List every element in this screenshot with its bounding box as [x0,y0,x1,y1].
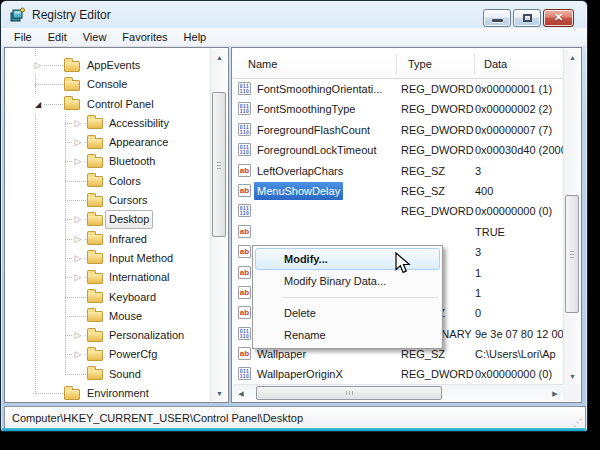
chevron-collapsed-icon[interactable]: ▷ [32,56,44,75]
tree-item-input-method[interactable]: ▷Input Method [6,249,210,268]
scroll-down-icon[interactable]: ▼ [211,385,228,401]
list-horizontal-scrollbar[interactable]: ◀ ▶ [233,384,563,401]
value-data: TRUE [475,222,563,242]
tree-item-personalization[interactable]: ▷Personalization [6,326,210,345]
tree-connector [35,84,63,85]
tree-item-sound[interactable]: Sound [6,365,210,384]
column-header-name[interactable]: Name [233,49,396,78]
scrollbar-thumb[interactable] [565,195,579,313]
folder-icon [87,369,103,380]
tree-item-keyboard[interactable]: Keyboard [6,288,210,307]
scroll-down-icon[interactable]: ▼ [564,368,581,384]
close-button[interactable]: ✕ [543,9,574,27]
tree-item-powercfg[interactable]: ▷PowerCfg [6,345,210,364]
menu-item-edit[interactable]: Edit [40,29,75,45]
value-data: 400 [475,181,563,201]
chevron-collapsed-icon[interactable]: ▷ [72,133,84,152]
context-menu-item-delete[interactable]: Delete [255,302,440,324]
value-row-leftoverlapchars[interactable]: abLeftOverlapCharsREG_SZ3 [233,161,563,181]
tree-item-control-panel[interactable]: ◢Control Panel [6,95,210,114]
tree-item-mouse[interactable]: Mouse [6,307,210,326]
menu-item-view[interactable]: View [75,29,115,45]
folder-icon [64,99,80,110]
value-data: C:\Users\Lori\Ap [475,344,563,364]
tree-item-appearance[interactable]: ▷Appearance [6,133,210,152]
folder-icon [87,196,103,207]
tree-item-label: Keyboard [109,288,156,307]
tree-vertical-scrollbar[interactable]: ▲ ▼ [210,49,227,401]
maximize-button[interactable] [513,9,541,27]
reg-dword-icon: 011110 [238,143,251,156]
registry-editor-window: Registry Editor ✕ FileEditViewFavoritesH… [0,0,588,432]
title-bar[interactable]: Registry Editor ✕ [1,1,587,28]
tree-item-label: AppEvents [87,56,140,75]
tree-item-colors[interactable]: Colors [6,172,210,191]
tree-item-international[interactable]: ▷International [6,268,210,287]
chevron-collapsed-icon[interactable]: ▷ [72,326,84,345]
tree-item-environment[interactable]: Environment [6,384,210,401]
chevron-collapsed-icon[interactable]: ▷ [72,114,84,133]
reg-dword-icon: 011110 [238,204,251,217]
column-header-data[interactable]: Data [475,49,563,78]
value-row-fontsmoothingorientati[interactable]: 011110FontSmoothingOrientati...REG_DWORD… [233,79,563,99]
status-path: Computer\HKEY_CURRENT_USER\Control Panel… [12,412,303,424]
tree-item-infrared[interactable]: ▷Infrared [6,230,210,249]
registry-editor-icon[interactable] [10,7,26,23]
scroll-right-icon[interactable]: ▶ [547,385,563,402]
scroll-up-icon[interactable]: ▲ [564,49,581,65]
chevron-collapsed-icon[interactable]: ▷ [72,152,84,171]
value-name: MenuShowDelay [254,182,343,200]
folder-icon [64,80,80,91]
menu-item-favorites[interactable]: Favorites [114,29,175,45]
minimize-button[interactable] [483,9,511,27]
tree-connector [65,200,86,201]
scroll-left-icon[interactable]: ◀ [233,385,249,402]
tree-item-console[interactable]: Console [6,75,210,94]
menu-item-help[interactable]: Help [176,29,215,45]
chevron-collapsed-icon[interactable]: ▷ [72,249,84,268]
chevron-expanded-icon[interactable]: ◢ [32,95,44,114]
tree-item-cursors[interactable]: Cursors [6,191,210,210]
chevron-collapsed-icon[interactable]: ▷ [72,268,84,287]
close-icon: ✕ [544,11,573,24]
reg-sz-icon: ab [238,266,251,279]
value-name [254,201,260,221]
tree-item-accessibility[interactable]: ▷Accessibility [6,114,210,133]
column-header-type[interactable]: Type [397,49,474,78]
tree-connector [65,316,86,317]
value-type: REG_DWORD [401,120,474,140]
menu-item-file[interactable]: File [6,29,40,45]
value-data: 0x00000000 (0) [475,201,563,221]
value-type: REG_DWORD [401,99,474,119]
value-row-fontsmoothingtype[interactable]: 011110FontSmoothingTypeREG_DWORD0x000000… [233,99,563,119]
context-menu-item-rename[interactable]: Rename [255,324,440,346]
tree-item-appevents[interactable]: ▷AppEvents [6,56,210,75]
resize-grip[interactable]: ⋰ [573,418,583,428]
chevron-collapsed-icon[interactable]: ▷ [72,210,84,229]
chevron-collapsed-icon[interactable]: ▷ [72,345,84,364]
value-row-foregroundflashcount[interactable]: 011110ForegroundFlashCountREG_DWORD0x000… [233,120,563,140]
value-row[interactable]: abTRUE [233,222,563,242]
scroll-up-icon[interactable]: ▲ [211,49,228,65]
value-row-wallpaperoriginx[interactable]: 011110WallpaperOriginXREG_DWORD0x0000000… [233,364,563,384]
folder-icon [87,215,103,226]
value-name: ForegroundLockTimeout [254,140,379,160]
chevron-collapsed-icon[interactable]: ▷ [72,230,84,249]
value-row-foregroundlocktimeout[interactable]: 011110ForegroundLockTimeoutREG_DWORD0x00… [233,140,563,160]
value-data: 0x00030d40 (2000 [475,140,563,160]
main-area: ▷AppEventsConsole◢Control Panel▷Accessib… [4,47,586,405]
scrollbar-thumb[interactable] [212,92,226,237]
value-row[interactable]: 011110REG_DWORD0x00000000 (0) [233,201,563,221]
tree-item-bluetooth[interactable]: ▷Bluetooth [6,152,210,171]
value-data: 3 [475,161,563,181]
list-vertical-scrollbar[interactable]: ▲ ▼ [563,49,580,384]
scrollbar-thumb[interactable] [256,386,442,400]
folder-icon [87,331,103,342]
tree-item-label: Appearance [109,133,168,152]
value-row-menushowdelay[interactable]: abMenuShowDelayREG_SZ400 [233,181,563,201]
tree-item-label: Environment [87,384,149,401]
tree-item-desktop[interactable]: ▷Desktop [6,210,210,229]
tree-item-label: Console [87,75,127,94]
tree-item-label: Infrared [109,230,147,249]
thumb-grip [346,391,353,395]
